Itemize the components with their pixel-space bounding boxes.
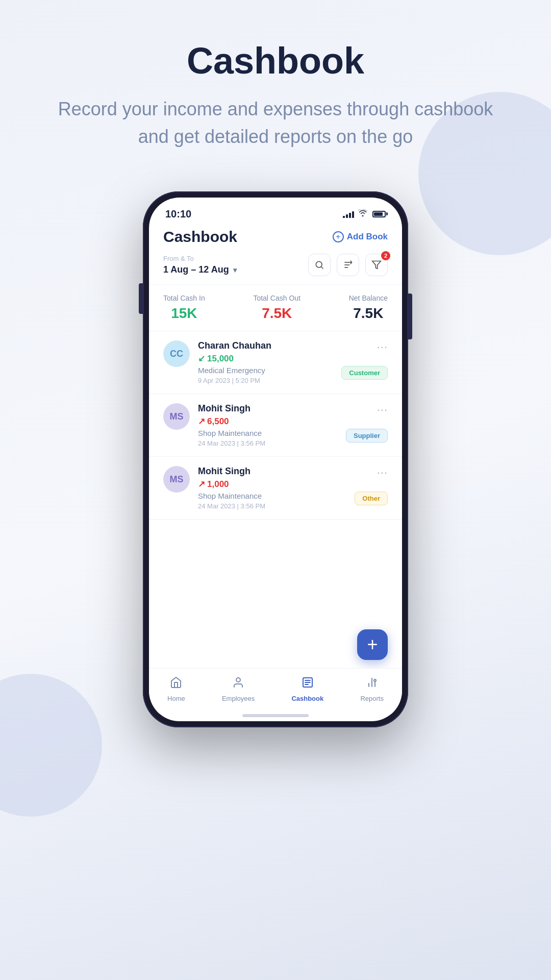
status-time: 10:10 xyxy=(165,208,191,220)
search-icon xyxy=(314,260,324,270)
net-value: 7.5K xyxy=(349,305,388,322)
net-balance-summary: Net Balance 7.5K xyxy=(349,294,388,322)
cash-in-summary: Total Cash In 15K xyxy=(163,294,205,322)
txn-tag: Customer xyxy=(341,366,388,380)
svg-point-14 xyxy=(374,679,376,681)
home-indicator xyxy=(242,714,309,717)
filter-icons: 2 xyxy=(308,254,388,276)
txn-right: ··· Other xyxy=(355,466,388,505)
plus-icon: + xyxy=(367,635,378,654)
svg-point-6 xyxy=(236,678,240,682)
amount-arrow-out: ↗ xyxy=(198,416,205,427)
sort-button[interactable] xyxy=(337,254,359,276)
txn-date: 24 Mar 2023 | 3:56 PM xyxy=(198,439,338,447)
nav-label-cashbook: Cashbook xyxy=(291,695,323,702)
txn-description: Medical Emergency xyxy=(198,366,333,375)
txn-amount: ↗ 1,000 xyxy=(198,479,346,489)
date-range-value: 1 Aug – 12 Aug xyxy=(163,264,229,275)
bottom-nav: Home Employees xyxy=(149,668,402,714)
search-button[interactable] xyxy=(308,254,331,276)
add-transaction-fab[interactable]: + xyxy=(357,629,388,660)
svg-line-1 xyxy=(321,267,323,269)
amount-value: 1,000 xyxy=(207,479,229,489)
status-bar: 10:10 xyxy=(149,198,402,224)
page-header: Cashbook Record your income and expenses… xyxy=(0,41,551,151)
wifi-icon xyxy=(358,209,367,218)
txn-name: Charan Chauhan xyxy=(198,340,333,351)
transaction-item: CC Charan Chauhan ↙ 15,000 Medical Emerg… xyxy=(149,331,402,394)
cash-out-value: 7.5K xyxy=(253,305,300,322)
date-range-picker[interactable]: 1 Aug – 12 Aug ▾ xyxy=(163,264,237,275)
amount-value: 6,500 xyxy=(207,416,229,427)
cashbook-icon xyxy=(302,676,314,692)
txn-tag: Supplier xyxy=(346,429,388,443)
cash-out-label: Total Cash Out xyxy=(253,294,300,302)
summary-row: Total Cash In 15K Total Cash Out 7.5K Ne… xyxy=(149,285,402,331)
chevron-down-icon: ▾ xyxy=(233,266,237,274)
txn-tag: Other xyxy=(355,492,388,505)
transaction-list: CC Charan Chauhan ↙ 15,000 Medical Emerg… xyxy=(149,331,402,621)
nav-item-home[interactable]: Home xyxy=(167,676,185,702)
bg-blob-bottom xyxy=(0,674,102,817)
add-icon: + xyxy=(333,231,344,242)
txn-amount: ↙ 15,000 xyxy=(198,353,333,364)
battery-icon xyxy=(372,211,386,217)
txn-description: Shop Maintenance xyxy=(198,429,338,437)
more-options-button[interactable]: ··· xyxy=(377,340,388,354)
nav-item-employees[interactable]: Employees xyxy=(222,676,255,702)
avatar: MS xyxy=(163,403,190,430)
add-book-button[interactable]: + Add Book xyxy=(333,231,388,242)
transaction-item: MS Mohit Singh ↗ 1,000 Shop Maintenance … xyxy=(149,457,402,520)
page-subtitle: Record your income and expenses through … xyxy=(41,95,510,151)
txn-date: 9 Apr 2023 | 5:20 PM xyxy=(198,377,333,384)
cash-in-label: Total Cash In xyxy=(163,294,205,302)
fab-container: + xyxy=(149,621,402,668)
cash-out-summary: Total Cash Out 7.5K xyxy=(253,294,300,322)
filter-badge: 2 xyxy=(381,251,390,260)
employees-icon xyxy=(232,676,244,692)
txn-content: Mohit Singh ↗ 1,000 Shop Maintenance 24 … xyxy=(198,466,346,510)
status-icons xyxy=(343,209,386,218)
home-icon xyxy=(170,676,182,692)
amount-value: 15,000 xyxy=(207,354,234,364)
filter-bar: From & To 1 Aug – 12 Aug ▾ xyxy=(149,254,402,284)
phone-mockup: 10:10 xyxy=(143,191,408,727)
app-header: Cashbook + Add Book xyxy=(149,224,402,254)
txn-amount: ↗ 6,500 xyxy=(198,416,338,427)
more-options-button[interactable]: ··· xyxy=(377,466,388,479)
app-bar-title: Cashbook xyxy=(163,228,237,246)
nav-item-reports[interactable]: Reports xyxy=(360,676,384,702)
net-label: Net Balance xyxy=(349,294,388,302)
txn-date: 24 Mar 2023 | 3:56 PM xyxy=(198,502,346,510)
avatar: MS xyxy=(163,466,190,493)
transaction-item: MS Mohit Singh ↗ 6,500 Shop Maintenance … xyxy=(149,394,402,457)
txn-name: Mohit Singh xyxy=(198,466,346,477)
svg-marker-5 xyxy=(372,261,381,269)
amount-arrow-out: ↗ xyxy=(198,479,205,489)
date-label: From & To xyxy=(163,255,237,262)
nav-label-home: Home xyxy=(167,695,185,702)
page-title: Cashbook xyxy=(41,41,510,81)
txn-right: ··· Supplier xyxy=(346,403,388,443)
filter-button[interactable]: 2 xyxy=(365,254,388,276)
nav-item-cashbook[interactable]: Cashbook xyxy=(291,676,323,702)
date-section: From & To 1 Aug – 12 Aug ▾ xyxy=(163,255,237,275)
txn-content: Charan Chauhan ↙ 15,000 Medical Emergenc… xyxy=(198,340,333,384)
reports-icon xyxy=(366,676,378,692)
txn-name: Mohit Singh xyxy=(198,403,338,414)
nav-label-employees: Employees xyxy=(222,695,255,702)
txn-right: ··· Customer xyxy=(341,340,388,380)
filter-icon xyxy=(371,260,382,270)
phone-outer: 10:10 xyxy=(143,191,408,727)
more-options-button[interactable]: ··· xyxy=(377,403,388,416)
signal-icon xyxy=(343,210,354,218)
nav-label-reports: Reports xyxy=(360,695,384,702)
amount-arrow-in: ↙ xyxy=(198,353,205,364)
cash-in-value: 15K xyxy=(163,305,205,322)
svg-point-0 xyxy=(316,262,322,268)
txn-content: Mohit Singh ↗ 6,500 Shop Maintenance 24 … xyxy=(198,403,338,447)
sort-icon xyxy=(343,260,353,270)
phone-inner: 10:10 xyxy=(149,198,402,721)
txn-description: Shop Maintenance xyxy=(198,492,346,500)
avatar: CC xyxy=(163,340,190,367)
